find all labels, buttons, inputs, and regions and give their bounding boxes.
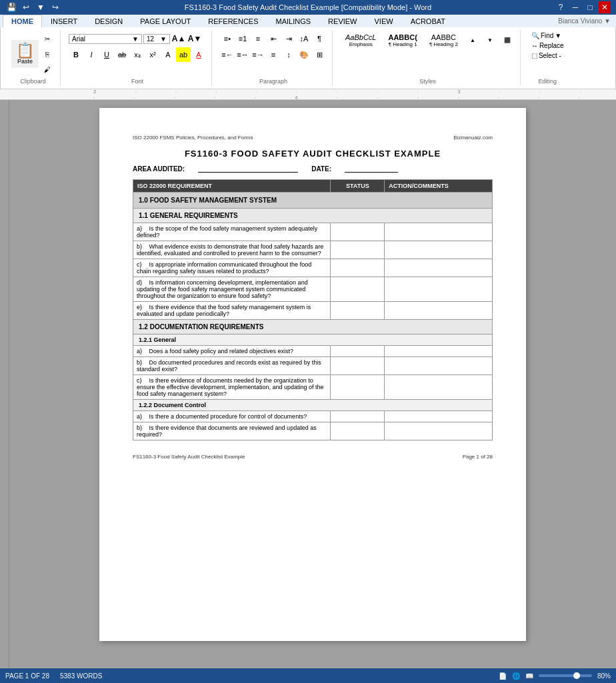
decrease-indent-button[interactable]: ⇤ — [266, 31, 281, 46]
editing-group: 🔍 Find ▼ ↔ Replace ⬚ Select - Editing — [523, 30, 572, 86]
styles-scroll-up[interactable]: ▲ — [465, 33, 480, 48]
font-name-dropdown-icon[interactable]: ▼ — [132, 35, 139, 43]
date-label: DATE: — [311, 165, 331, 173]
status-left: PAGE 1 OF 28 5383 WORDS — [5, 672, 102, 680]
text-highlight-button[interactable]: ab — [176, 47, 191, 62]
line-spacing-button[interactable]: ↕ — [281, 47, 296, 62]
font-group: Arial ▼ 12 ▼ A▲ A▼ B I U — [63, 30, 212, 86]
style-emphasis[interactable]: AaBbCcL Emphasis — [341, 31, 381, 49]
select-button[interactable]: ⬚ Select - — [529, 51, 564, 60]
style-heading2-preview: AABBC — [429, 33, 458, 41]
bold-button[interactable]: B — [69, 47, 83, 62]
view-web-icon[interactable]: 🌐 — [512, 672, 520, 680]
styles-label: Styles — [419, 77, 436, 85]
paragraph-group: ≡• ≡1 ≡ ⇤ ⇥ ↕A ¶ ≡← ≡↔ ≡→ ≡ ↕ 🎨 — [215, 30, 333, 86]
zoom-level: 80% — [597, 672, 611, 680]
superscript-button[interactable]: x² — [145, 47, 160, 62]
tab-home[interactable]: HOME — [3, 15, 42, 29]
tab-insert[interactable]: INSERT — [42, 15, 86, 27]
tab-review[interactable]: REVIEW — [319, 15, 365, 27]
tab-mailings[interactable]: MAILINGS — [267, 15, 320, 27]
table-row: a) Is there a documented procedure for c… — [133, 411, 493, 422]
justify-button[interactable]: ≡ — [266, 47, 281, 62]
area-audited-value[interactable] — [198, 165, 298, 173]
undo-dropdown-button[interactable]: ▼ — [35, 1, 47, 13]
header-status: STATUS — [331, 180, 385, 193]
font-size-selector[interactable]: 12 ▼ — [143, 34, 170, 44]
decrease-font-button[interactable]: A▼ — [187, 31, 202, 46]
increase-font-button[interactable]: A▲ — [171, 31, 186, 46]
view-read-icon[interactable]: 📖 — [525, 672, 533, 680]
window-title: FS1160-3 Food Safety Audit Checklist Exa… — [64, 3, 552, 11]
horizontal-ruler: · · · · 1 · · · · · · · · 2 · · · · · · … — [0, 89, 616, 100]
multilevel-list-button[interactable]: ≡ — [251, 31, 265, 46]
paragraph-controls: ≡• ≡1 ≡ ⇤ ⇥ ↕A ¶ ≡← ≡↔ ≡→ ≡ ↕ 🎨 — [220, 31, 327, 62]
subsection-header-row: 1.2 DOCUMENTATION REQUIREMENTS — [133, 320, 493, 335]
font-color-button[interactable]: A — [191, 47, 206, 62]
paragraph-label: Paragraph — [259, 77, 287, 85]
sort-button[interactable]: ↕A — [297, 31, 311, 46]
increase-indent-button[interactable]: ⇥ — [281, 31, 296, 46]
subsubsection-header-row: 1.2.1 General — [133, 335, 493, 346]
font-size-dropdown-icon[interactable]: ▼ — [160, 35, 167, 43]
shading-button[interactable]: 🎨 — [297, 47, 311, 62]
clipboard-buttons: 📋 Paste ✂ ⎘ 🖌 — [11, 31, 55, 77]
style-heading1[interactable]: AABBC( ¶ Heading 1 — [383, 31, 421, 49]
show-formatting-button[interactable]: ¶ — [312, 31, 327, 46]
font-name-value: Arial — [72, 35, 85, 43]
para-row2: ≡← ≡↔ ≡→ ≡ ↕ 🎨 ⊞ — [220, 47, 327, 62]
subsubsection-header-row: 1.2.2 Document Control — [133, 400, 493, 411]
find-dropdown-icon[interactable]: ▼ — [555, 32, 561, 39]
view-print-icon[interactable]: 📄 — [499, 672, 507, 680]
replace-label: Replace — [539, 42, 564, 49]
document-area[interactable]: ISO 22000 FSMS Policies, Procedures, and… — [9, 100, 616, 668]
header-action: ACTION/COMMENTS — [385, 180, 493, 193]
page-header-left: ISO 22000 FSMS Policies, Procedures, and… — [133, 135, 253, 141]
zoom-slider[interactable] — [539, 674, 592, 677]
tab-references[interactable]: REFERENCES — [199, 15, 267, 27]
align-right-button[interactable]: ≡→ — [251, 47, 265, 62]
close-button[interactable]: ✕ — [599, 1, 611, 13]
styles-scroll-down[interactable]: ▼ — [483, 33, 497, 48]
underline-button[interactable]: U — [99, 47, 114, 62]
font-row2: B I U ab x₂ x² A ab A — [69, 47, 206, 62]
format-painter-button[interactable]: 🖌 — [40, 62, 55, 77]
style-heading2[interactable]: AABBC ¶ Heading 2 — [425, 31, 463, 49]
tab-acrobat[interactable]: ACROBAT — [402, 15, 454, 27]
editing-label: Editing — [538, 77, 557, 85]
quick-access-toolbar: 💾 ↩ ▼ ↪ FS1160-3 Food Safety Audit Check… — [0, 0, 616, 15]
align-left-button[interactable]: ≡← — [220, 47, 235, 62]
page-footer-left: FS1160-3 Food Safety Audit Checklist Exa… — [133, 454, 245, 460]
zoom-thumb[interactable] — [573, 672, 580, 679]
strikethrough-button[interactable]: ab — [115, 47, 129, 62]
align-center-button[interactable]: ≡↔ — [235, 47, 250, 62]
italic-button[interactable]: I — [84, 47, 99, 62]
bullets-button[interactable]: ≡• — [220, 31, 235, 46]
redo-button[interactable]: ↪ — [49, 1, 61, 13]
date-value[interactable] — [345, 165, 398, 173]
styles-expand[interactable]: ⬛ — [500, 33, 515, 48]
copy-button[interactable]: ⎘ — [40, 47, 55, 61]
cut-button[interactable]: ✂ — [40, 31, 55, 46]
find-button[interactable]: 🔍 Find ▼ — [529, 31, 564, 40]
clipboard-group: 📋 Paste ✂ ⎘ 🖌 Clipboard — [6, 30, 61, 86]
replace-button[interactable]: ↔ Replace — [529, 41, 567, 50]
font-controls: Arial ▼ 12 ▼ A▲ A▼ B I U — [69, 31, 206, 62]
clear-format-button[interactable]: A — [161, 47, 175, 62]
minimize-button[interactable]: ─ — [569, 1, 581, 13]
status-right: 📄 🌐 📖 80% — [499, 672, 611, 680]
subsection-header-row: 1.1 GENERAL REQUIREMENTS — [133, 209, 493, 223]
subscript-button[interactable]: x₂ — [130, 47, 145, 62]
paste-button[interactable]: 📋 Paste — [11, 40, 39, 68]
font-name-selector[interactable]: Arial ▼ — [69, 34, 142, 44]
tab-design[interactable]: DESIGN — [86, 15, 131, 27]
save-button[interactable]: 💾 — [5, 1, 17, 13]
tab-page-layout[interactable]: PAGE LAYOUT — [131, 15, 199, 27]
help-button[interactable]: ? — [555, 1, 567, 13]
borders-button[interactable]: ⊞ — [312, 47, 327, 62]
maximize-button[interactable]: □ — [584, 1, 596, 13]
undo-button[interactable]: ↩ — [20, 1, 32, 13]
tab-view[interactable]: VIEW — [366, 15, 402, 27]
numbering-button[interactable]: ≡1 — [235, 31, 250, 46]
status-bar: PAGE 1 OF 28 5383 WORDS 📄 🌐 📖 80% — [0, 668, 616, 683]
